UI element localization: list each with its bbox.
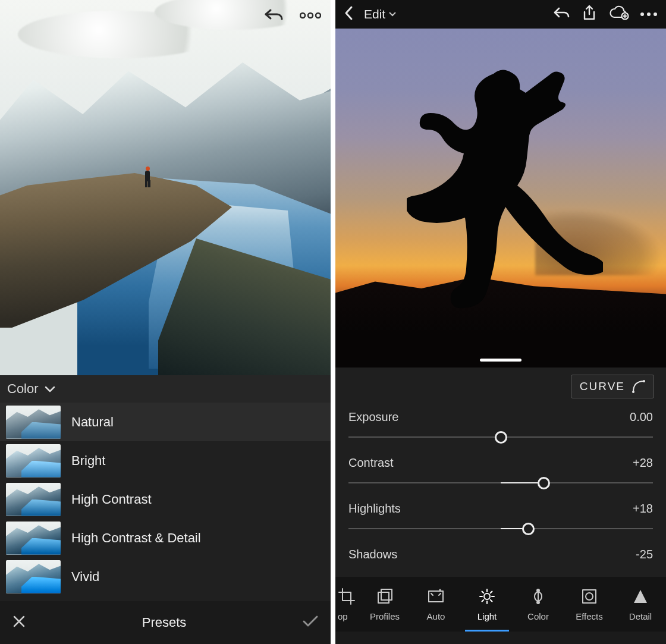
preset-label: High Contrast (71, 492, 152, 507)
slider-track[interactable] (348, 522, 653, 536)
preset-list: Natural Bright High Contrast High Contra… (0, 403, 331, 601)
tool-label: Color (527, 611, 549, 621)
more-icon[interactable] (640, 9, 658, 20)
crop-icon (338, 588, 356, 607)
curve-label: CURVE (580, 380, 625, 393)
preset-thumbnail (6, 483, 61, 516)
sliders-panel: Exposure0.00Contrast+28Highlights+18Shad… (335, 406, 666, 577)
tool-label: Auto (427, 611, 445, 621)
svg-rect-10 (381, 589, 392, 600)
slider-value: -25 (636, 548, 653, 561)
tool-label: op (338, 611, 348, 621)
curve-icon (632, 380, 645, 393)
preset-category-label: Color (7, 381, 39, 397)
light-icon (478, 588, 496, 607)
preset-thumbnail (6, 444, 61, 477)
more-icon[interactable] (300, 11, 321, 21)
svg-point-13 (442, 592, 444, 593)
preset-label: Vivid (71, 569, 99, 585)
tool-crop[interactable]: op (335, 577, 359, 632)
preset-label: Natural (71, 414, 114, 430)
preset-item-bright[interactable]: Bright (0, 441, 331, 480)
svg-point-14 (484, 593, 490, 599)
svg-point-7 (632, 391, 634, 393)
presets-bottom-bar: Presets (0, 601, 331, 644)
preset-category-dropdown[interactable]: Color (0, 375, 331, 403)
preset-thumbnail (6, 406, 61, 439)
cloud-sync-icon[interactable] (608, 5, 629, 23)
chevron-down-icon (45, 386, 55, 393)
slider-name: Highlights (348, 502, 401, 516)
slider-track[interactable] (348, 430, 653, 444)
svg-rect-11 (429, 591, 443, 602)
edit-screen: Edit CURVE Exposure0.00Contrast+28H (333, 0, 666, 644)
preset-item-vivid[interactable]: Vivid (0, 557, 331, 596)
preset-item-high-contrast[interactable]: High Contrast (0, 480, 331, 519)
tool-label: Detail (629, 611, 652, 621)
preset-label: High Contrast & Detail (71, 530, 201, 546)
svg-rect-9 (378, 592, 389, 603)
preset-thumbnail (6, 522, 61, 555)
slider-name: Contrast (348, 456, 394, 470)
curve-button[interactable]: CURVE (571, 375, 654, 398)
undo-icon[interactable] (264, 7, 284, 25)
preset-label: Bright (71, 453, 105, 469)
tool-detail[interactable]: Detail (615, 577, 666, 632)
slider-contrast[interactable]: Contrast+28 (348, 454, 653, 500)
tool-label: Effects (576, 611, 603, 621)
tool-color[interactable]: Color (513, 577, 564, 632)
auto-icon (427, 588, 445, 607)
tool-label: Light (477, 611, 497, 621)
confirm-icon[interactable] (302, 615, 319, 630)
slider-name: Exposure (348, 410, 399, 424)
preset-item-high-contrast-detail[interactable]: High Contrast & Detail (0, 519, 331, 557)
svg-rect-17 (583, 590, 596, 603)
profiles-icon (376, 588, 394, 607)
panel-title: Presets (142, 615, 187, 630)
slider-track[interactable] (348, 476, 653, 490)
preset-item-natural[interactable]: Natural (0, 403, 331, 441)
preview-image[interactable] (0, 0, 331, 375)
preset-thumbnail (6, 560, 61, 593)
slider-value: 0.00 (630, 410, 653, 424)
tool-auto[interactable]: Auto (410, 577, 461, 632)
svg-point-18 (586, 593, 593, 600)
undo-icon[interactable] (553, 6, 571, 23)
tool-effects[interactable]: Effects (564, 577, 615, 632)
svg-point-0 (300, 13, 305, 18)
detail-icon (632, 588, 649, 607)
slider-value: +28 (633, 456, 653, 470)
drag-handle-icon[interactable] (480, 359, 522, 362)
svg-point-2 (316, 13, 321, 18)
edit-mode-label: Edit (364, 7, 385, 21)
share-icon[interactable] (582, 5, 597, 24)
slider-name: Shadows (348, 548, 397, 561)
back-icon[interactable] (344, 5, 353, 23)
slider-value: +18 (633, 502, 653, 516)
tool-profiles[interactable]: Profiles (359, 577, 410, 632)
preview-image[interactable] (335, 29, 666, 367)
svg-point-8 (643, 380, 645, 382)
svg-point-5 (647, 12, 651, 16)
color-icon (529, 588, 547, 607)
edit-mode-dropdown[interactable]: Edit (364, 7, 396, 21)
svg-point-6 (654, 12, 657, 16)
presets-screen: Color Natural Bright High Contrast High … (0, 0, 333, 644)
caret-down-icon (389, 12, 396, 17)
svg-point-12 (439, 589, 441, 590)
tool-label: Profiles (370, 611, 400, 621)
tool-light[interactable]: Light (461, 577, 513, 632)
slider-exposure[interactable]: Exposure0.00 (348, 408, 653, 454)
slider-highlights[interactable]: Highlights+18 (348, 500, 653, 545)
tool-bar: opProfilesAutoLightColorEffectsDetail (335, 577, 666, 632)
close-icon[interactable] (12, 614, 26, 631)
edit-topbar: Edit (335, 0, 666, 29)
slider-shadows[interactable]: Shadows-25 (348, 545, 653, 577)
effects-icon (580, 588, 598, 607)
svg-point-4 (640, 12, 644, 16)
svg-point-1 (308, 13, 313, 18)
